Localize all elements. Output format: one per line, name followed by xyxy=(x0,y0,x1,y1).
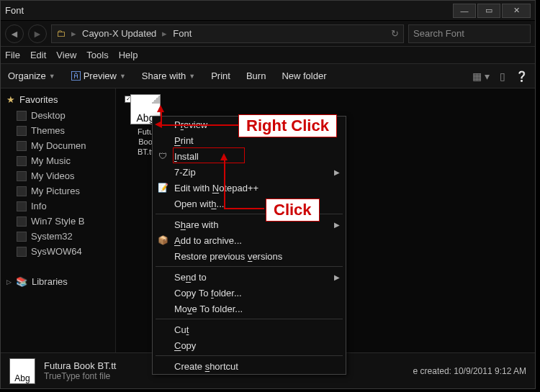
search-placeholder: Search Font xyxy=(413,28,464,39)
notepad-icon: 📝 xyxy=(157,182,168,193)
sidebar-item-videos[interactable]: My Videos xyxy=(1,168,115,183)
close-button[interactable]: ✕ xyxy=(502,4,531,18)
burn-button[interactable]: Burn xyxy=(246,70,266,81)
menu-tools[interactable]: Tools xyxy=(86,50,108,60)
folder-icon: 🗀 xyxy=(56,28,66,39)
ctx-open-with[interactable]: Open with... xyxy=(153,196,346,211)
ctx-preview[interactable]: Preview xyxy=(153,117,346,132)
toolbar: Organize▼ 🄰Preview▼ Share with▼ Print Bu… xyxy=(1,64,535,88)
folder-icon xyxy=(17,111,27,121)
ctx-copy-to[interactable]: Copy To folder... xyxy=(153,285,346,301)
archive-icon: 📦 xyxy=(157,234,168,246)
forward-button[interactable]: ► xyxy=(28,24,47,43)
folder-icon xyxy=(17,126,27,136)
ctx-cut[interactable]: Cut xyxy=(153,322,346,337)
back-button[interactable]: ◄ xyxy=(5,24,24,43)
sidebar-item-pictures[interactable]: My Pictures xyxy=(1,183,115,199)
address-bar[interactable]: 🗀 ▸ Cayon-X Updated ▸ Font ↻ xyxy=(51,24,404,43)
ctx-restore-versions[interactable]: Restore previous versions xyxy=(153,248,346,264)
menu-file[interactable]: File xyxy=(5,50,20,60)
ctx-create-shortcut[interactable]: Create shortcut xyxy=(153,358,346,374)
folder-icon xyxy=(17,141,27,151)
sidebar: ★ Favorites Desktop Themes My Documen My… xyxy=(1,88,116,352)
sidebar-item-info[interactable]: Info xyxy=(1,199,115,214)
path-segment[interactable]: Cayon-X Updated xyxy=(82,28,156,39)
ctx-copy[interactable]: Copy xyxy=(153,337,346,353)
details-date-value: 10/9/2011 9:12 AM xyxy=(454,366,526,376)
share-button[interactable]: Share with▼ xyxy=(142,70,195,81)
favorites-header[interactable]: ★ Favorites xyxy=(1,91,115,108)
menu-edit[interactable]: Edit xyxy=(30,50,46,60)
ctx-move-to[interactable]: Move To folder... xyxy=(153,301,346,316)
sidebar-item-syswow64[interactable]: SysWOW64 xyxy=(1,244,115,259)
sidebar-item-documents[interactable]: My Documen xyxy=(1,138,115,153)
ctx-share-with[interactable]: Share with▶ xyxy=(153,216,346,232)
context-menu: Preview Print 🛡Install 7-Zip▶ 📝Edit with… xyxy=(152,116,346,375)
libraries-header[interactable]: ▷ 📚 Libraries xyxy=(1,273,115,290)
maximize-button[interactable]: ▭ xyxy=(477,4,500,18)
ctx-7zip[interactable]: 7-Zip▶ xyxy=(153,164,346,180)
chevron-right-icon: ▶ xyxy=(334,168,340,176)
ctx-add-archive[interactable]: 📦Add to archive... xyxy=(153,232,346,248)
preview-button[interactable]: 🄰Preview▼ xyxy=(71,70,126,81)
view-mode-icon[interactable]: ▦ ▾ xyxy=(472,70,490,82)
preview-pane-icon[interactable]: ▯ xyxy=(500,70,505,82)
details-date-label: e created: xyxy=(413,366,451,376)
menu-bar: File Edit View Tools Help xyxy=(1,47,535,64)
sidebar-item-themes[interactable]: Themes xyxy=(1,123,115,138)
refresh-icon[interactable]: ↻ xyxy=(391,28,399,39)
details-name: Futura Book BT.tt xyxy=(44,360,116,371)
ctx-print[interactable]: Print xyxy=(153,132,346,148)
menu-help[interactable]: Help xyxy=(119,50,138,60)
font-thumbnail-icon: Abg xyxy=(9,358,35,384)
chevron-right-icon: ▷ xyxy=(6,278,12,286)
search-input[interactable]: Search Font xyxy=(408,24,531,43)
minimize-button[interactable]: — xyxy=(453,4,476,18)
organize-button[interactable]: Organize▼ xyxy=(8,70,55,81)
star-icon: ★ xyxy=(6,94,15,105)
chevron-right-icon: ▶ xyxy=(334,221,340,229)
folder-icon xyxy=(17,201,27,211)
folder-icon xyxy=(17,232,27,242)
folder-icon xyxy=(17,247,27,257)
libraries-icon: 📚 xyxy=(16,276,27,287)
ctx-send-to[interactable]: Send to▶ xyxy=(153,269,346,285)
sidebar-item-system32[interactable]: System32 xyxy=(1,229,115,244)
window-title: Font xyxy=(5,5,451,16)
folder-icon xyxy=(17,156,27,166)
newfolder-button[interactable]: New folder xyxy=(282,70,326,81)
ctx-edit-notepadpp[interactable]: 📝Edit with Notepad++ xyxy=(153,180,346,196)
folder-icon xyxy=(17,186,27,196)
folder-icon xyxy=(17,216,27,227)
sidebar-item-win7style[interactable]: Win7 Style B xyxy=(1,214,115,229)
chevron-right-icon: ▶ xyxy=(334,273,340,281)
help-icon[interactable]: ❔ xyxy=(516,70,528,82)
menu-view[interactable]: View xyxy=(56,50,76,60)
print-button[interactable]: Print xyxy=(211,70,230,81)
shield-icon: 🛡 xyxy=(157,150,168,162)
details-type: TrueType font file xyxy=(44,371,116,381)
ctx-install[interactable]: 🛡Install xyxy=(153,148,346,164)
folder-icon xyxy=(17,171,27,181)
sidebar-item-music[interactable]: My Music xyxy=(1,153,115,168)
sidebar-item-desktop[interactable]: Desktop xyxy=(1,108,115,123)
path-segment[interactable]: Font xyxy=(173,28,192,39)
